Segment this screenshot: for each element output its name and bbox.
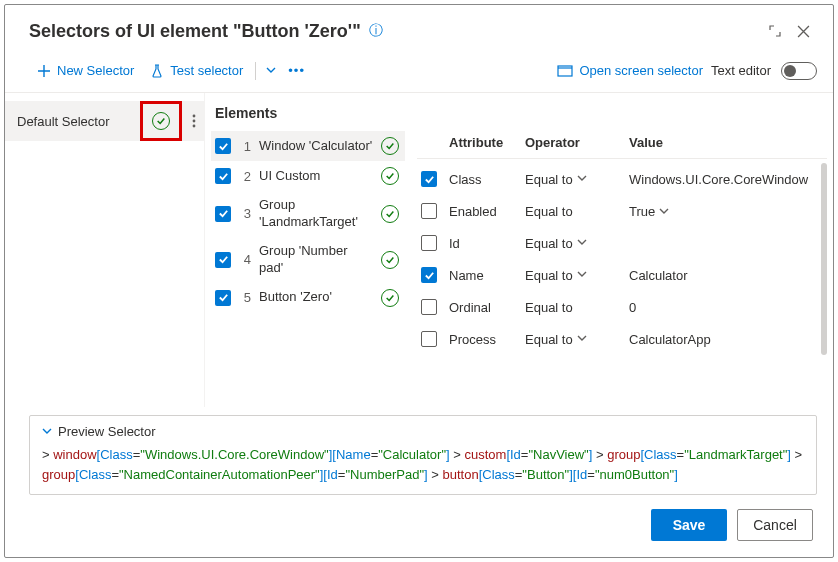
element-checkbox[interactable] — [215, 206, 231, 222]
text-editor-toggle-group: Text editor — [711, 62, 817, 80]
status-ok-icon — [381, 167, 399, 185]
chevron-down-icon — [42, 426, 52, 438]
save-button[interactable]: Save — [651, 509, 727, 541]
element-checkbox[interactable] — [215, 290, 231, 306]
attribute-checkbox[interactable] — [421, 267, 437, 283]
attribute-name: Id — [449, 236, 517, 251]
more-actions-button[interactable]: ••• — [282, 59, 311, 82]
titlebar: Selectors of UI element "Button 'Zero'" … — [5, 5, 833, 55]
preview-toggle[interactable]: Preview Selector — [42, 424, 804, 445]
attribute-row: EnabledEqual toTrue — [417, 195, 817, 227]
attribute-name: Name — [449, 268, 517, 283]
save-label: Save — [673, 517, 706, 533]
element-index: 5 — [239, 290, 251, 305]
dialog: Selectors of UI element "Button 'Zero'" … — [4, 4, 834, 558]
attribute-checkbox[interactable] — [421, 299, 437, 315]
info-icon[interactable]: ⓘ — [369, 22, 383, 40]
elements-panel: Elements 1Window 'Calculator'2UI Custom3… — [205, 93, 405, 407]
status-ok-icon — [381, 289, 399, 307]
cancel-button[interactable]: Cancel — [737, 509, 813, 541]
attribute-value[interactable]: 0 — [629, 300, 813, 315]
status-ok-icon — [381, 251, 399, 269]
attribute-checkbox[interactable] — [421, 171, 437, 187]
attribute-value[interactable]: Calculator — [629, 268, 813, 283]
status-ok-icon — [381, 137, 399, 155]
open-screen-selector-label: Open screen selector — [579, 63, 703, 78]
body: Default Selector Elements 1Window 'Calcu… — [5, 93, 833, 407]
selector-more-icon[interactable] — [184, 101, 204, 141]
highlight-box — [140, 101, 182, 141]
element-index: 3 — [239, 206, 251, 221]
attribute-value[interactable]: True — [629, 204, 813, 219]
attribute-value[interactable]: CalculatorApp — [629, 332, 813, 347]
element-label: Button 'Zero' — [259, 289, 373, 306]
selector-row-default[interactable]: Default Selector — [5, 101, 204, 141]
operator-dropdown[interactable]: Equal to — [525, 204, 621, 219]
element-row[interactable]: 1Window 'Calculator' — [211, 131, 405, 161]
close-icon[interactable] — [789, 17, 817, 45]
attribute-name: Enabled — [449, 204, 517, 219]
element-label: Group 'Number pad' — [259, 243, 373, 277]
attribute-value[interactable]: Windows.UI.Core.CoreWindow — [629, 172, 813, 187]
expand-icon[interactable] — [761, 17, 789, 45]
open-screen-selector-button[interactable]: Open screen selector — [549, 59, 711, 82]
attribute-row: NameEqual toCalculator — [417, 259, 817, 291]
attribute-checkbox[interactable] — [421, 235, 437, 251]
text-editor-label: Text editor — [711, 63, 773, 78]
element-checkbox[interactable] — [215, 252, 231, 268]
elements-title: Elements — [211, 101, 405, 131]
element-label: Window 'Calculator' — [259, 138, 373, 155]
cancel-label: Cancel — [753, 517, 797, 533]
chevron-down-icon[interactable] — [577, 173, 587, 185]
operator-dropdown[interactable]: Equal to — [525, 300, 621, 315]
attribute-name: Ordinal — [449, 300, 517, 315]
operator-dropdown[interactable]: Equal to — [525, 268, 621, 283]
element-checkbox[interactable] — [215, 138, 231, 154]
chevron-down-icon[interactable] — [577, 237, 587, 249]
operator-dropdown[interactable]: Equal to — [525, 332, 621, 347]
attribute-checkbox[interactable] — [421, 203, 437, 219]
attribute-row: OrdinalEqual to0 — [417, 291, 817, 323]
attribute-row: ProcessEqual toCalculatorApp — [417, 323, 817, 355]
operator-dropdown[interactable]: Equal to — [525, 236, 621, 251]
attributes-header: Attribute Operator Value — [417, 129, 827, 159]
element-index: 4 — [239, 252, 251, 267]
operator-dropdown[interactable]: Equal to — [525, 172, 621, 187]
element-row[interactable]: 5Button 'Zero' — [211, 283, 405, 313]
attribute-name: Class — [449, 172, 517, 187]
element-row[interactable]: 2UI Custom — [211, 161, 405, 191]
element-label: Group 'LandmarkTarget' — [259, 197, 373, 231]
footer: Save Cancel — [5, 495, 833, 557]
svg-point-1 — [193, 115, 196, 118]
attr-header-operator: Operator — [525, 135, 621, 150]
attribute-row: ClassEqual toWindows.UI.Core.CoreWindow — [417, 163, 817, 195]
attr-header-attribute: Attribute — [449, 135, 517, 150]
chevron-down-icon[interactable] — [577, 269, 587, 281]
text-editor-toggle[interactable] — [781, 62, 817, 80]
chevron-down-icon[interactable] — [577, 333, 587, 345]
attributes-table: Attribute Operator Value ClassEqual toWi… — [417, 129, 827, 355]
attr-header-value: Value — [629, 135, 823, 150]
element-index: 1 — [239, 139, 251, 154]
element-label: UI Custom — [259, 168, 373, 185]
selectors-panel: Default Selector — [5, 93, 205, 407]
preview-body: > window[Class="Windows.UI.Core.CoreWind… — [42, 445, 804, 484]
new-selector-button[interactable]: New Selector — [29, 59, 142, 82]
element-index: 2 — [239, 169, 251, 184]
attribute-name: Process — [449, 332, 517, 347]
element-row[interactable]: 4Group 'Number pad' — [211, 237, 405, 283]
selector-status-ok-icon — [152, 112, 170, 130]
preview-selector-panel: Preview Selector > window[Class="Windows… — [29, 415, 817, 495]
svg-point-3 — [193, 125, 196, 128]
chevron-down-icon[interactable] — [659, 207, 669, 218]
dialog-title: Selectors of UI element "Button 'Zero'" — [29, 21, 361, 42]
attribute-row: IdEqual to — [417, 227, 817, 259]
preview-label: Preview Selector — [58, 424, 156, 439]
attribute-checkbox[interactable] — [421, 331, 437, 347]
test-selector-button[interactable]: Test selector — [142, 59, 251, 82]
element-checkbox[interactable] — [215, 168, 231, 184]
test-selector-dropdown[interactable] — [260, 59, 282, 82]
element-row[interactable]: 3Group 'LandmarkTarget' — [211, 191, 405, 237]
status-ok-icon — [381, 205, 399, 223]
scrollbar[interactable] — [821, 163, 827, 355]
